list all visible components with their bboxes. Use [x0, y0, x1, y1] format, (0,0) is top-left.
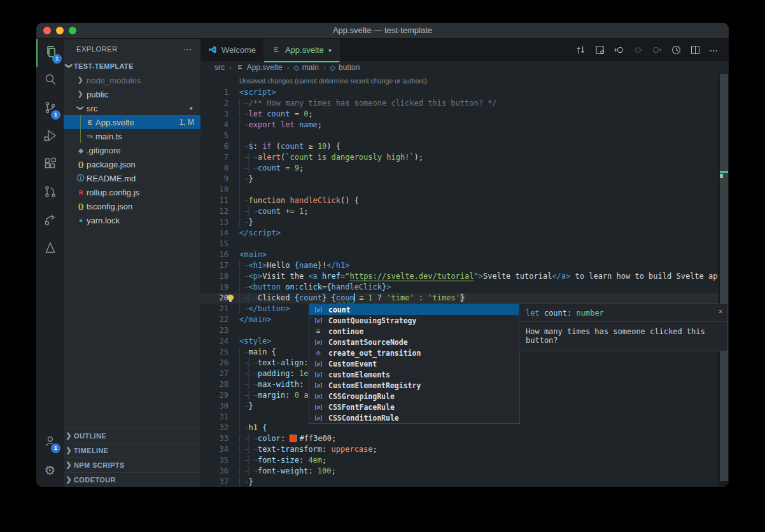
clock-icon[interactable]: [668, 42, 684, 59]
nav-forward-icon[interactable]: [649, 42, 665, 59]
activity-item-run-debug[interactable]: [36, 123, 64, 151]
code-token: `count is dangerously high!`: [285, 153, 414, 162]
tree-item-src[interactable]: ❯src●: [64, 101, 200, 115]
tree-item-label: App.svelte: [95, 118, 134, 127]
tree-item-rollup-config-js[interactable]: ʀrollup.config.js: [64, 185, 200, 199]
suggestion-count[interactable]: [∅]count: [309, 304, 519, 315]
scrollbar-slider[interactable]: [720, 74, 728, 481]
activity-item-live-share[interactable]: [36, 207, 64, 235]
code-line[interactable]: 3▏→let count = 0;: [200, 109, 718, 120]
whitespace-guides: ▏→: [239, 402, 248, 410]
section-codetour[interactable]: ❯CODETOUR: [64, 472, 200, 487]
tree-item-main-ts[interactable]: TSmain.ts: [64, 129, 200, 143]
editor-scrollbar[interactable]: [718, 74, 729, 487]
tree-item-tsconfig-json[interactable]: {}tsconfig.json: [64, 199, 200, 213]
code-line[interactable]: 17▏→<h1>Hello {name}!</h1>: [200, 260, 718, 271]
activity-item-extensions[interactable]: [36, 151, 64, 179]
activity-item-settings[interactable]: ⚙: [36, 456, 64, 484]
signature-token: :: [567, 309, 576, 318]
tree-item-readme-md[interactable]: ⓘREADME.md: [64, 171, 200, 185]
tree-item-node-modules[interactable]: ❯node_modules: [64, 73, 200, 87]
code-line[interactable]: 20▏→▏→Clicked {count} {coun ≡ 1 ? 'time'…: [200, 293, 718, 304]
code-line[interactable]: 8▏→▏→count = 9;: [200, 163, 718, 174]
suggestion-cssgroupingrule[interactable]: [∅]CSSGroupingRule: [309, 391, 519, 402]
close-icon[interactable]: ✕: [719, 307, 723, 316]
code-line[interactable]: 4▏→export let name;: [200, 120, 718, 130]
activity-item-azure[interactable]: [36, 235, 64, 263]
lightbulb-icon[interactable]: [227, 295, 234, 300]
code-line[interactable]: 37▏→}: [200, 477, 718, 487]
code-line[interactable]: 7▏→▏→alert(`count is dangerously high!`)…: [200, 152, 718, 163]
code-line[interactable]: 36▏→▏→font-weight: 100;: [200, 466, 718, 477]
code-line[interactable]: 15: [200, 239, 718, 249]
activity-item-search[interactable]: [36, 67, 64, 95]
suggestion-constantsourcenode[interactable]: [∅]ConstantSourceNode: [309, 337, 519, 347]
code-line[interactable]: 2▏→/** How many times has someone clicke…: [200, 98, 718, 109]
code-token: let: [248, 109, 267, 118]
section-outline[interactable]: ❯OUTLINE: [64, 428, 200, 443]
code-line[interactable]: 13▏→}: [200, 217, 718, 228]
code-line[interactable]: 33▏→▏→color: #ff3e00;: [200, 433, 718, 444]
code-line[interactable]: 32▏→h1 {: [200, 423, 718, 433]
tree-item-package-json[interactable]: {}package.json: [64, 157, 200, 171]
more-actions-icon[interactable]: ⋯: [183, 44, 193, 54]
tab-welcome[interactable]: Welcome: [200, 39, 264, 61]
breadcrumb-item-app-svelte[interactable]: App.svelte: [236, 63, 283, 73]
window-title: App.svelte — test-template: [36, 25, 729, 35]
ellipsis-icon[interactable]: ⋯: [706, 42, 722, 59]
code-line[interactable]: 34▏→▏→text-transform: uppercase;: [200, 444, 718, 455]
code-line[interactable]: 11▏→function handleClick() {: [200, 195, 718, 206]
breadcrumb-item-main[interactable]: ◇main: [293, 63, 318, 72]
line-number: 32: [200, 423, 228, 433]
tree-item-app-svelte[interactable]: App.svelte1, M: [64, 115, 200, 129]
suggestion-create_out_transition[interactable]: ◇create_out_transition: [309, 347, 519, 358]
split-icon[interactable]: [687, 42, 703, 59]
code-line[interactable]: 1<script>: [200, 87, 718, 98]
section-npm-scripts[interactable]: ❯NPM SCRIPTS: [64, 458, 200, 472]
breadcrumb-item-button[interactable]: ◇button: [330, 63, 360, 72]
code-line[interactable]: 18▏→<p>Visit the <a href="https://svelte…: [200, 271, 718, 282]
code-token: 0: [295, 391, 304, 400]
nav-circle-icon[interactable]: [629, 42, 646, 59]
code-token: alert: [258, 153, 281, 162]
activity-item-accounts[interactable]: 1: [36, 428, 64, 456]
tab-app-svelte[interactable]: App.svelte●: [264, 39, 340, 62]
code-line[interactable]: 14</script>: [200, 228, 718, 239]
preview-icon[interactable]: [591, 42, 608, 59]
code-line[interactable]: 6▏→$: if (count ≥ 10) {: [200, 141, 718, 152]
code-line[interactable]: 10▏: [200, 185, 718, 195]
activity-item-source-control[interactable]: 1: [36, 95, 64, 123]
suggestion-customelements[interactable]: [∅]customElements: [309, 369, 519, 380]
nav-back-icon[interactable]: [610, 42, 627, 59]
activity-item-github-pr[interactable]: [36, 179, 64, 207]
code-line[interactable]: 12▏→▏→count += 1;: [200, 206, 718, 217]
tree-root-folder[interactable]: ❯ TEST-TEMPLATE: [64, 59, 200, 73]
code-token: Hello: [267, 261, 294, 270]
code-line[interactable]: 35▏→▏→font-size: 4em;: [200, 455, 718, 466]
code-token: on:click: [285, 283, 322, 291]
section-timeline[interactable]: ❯TIMELINE: [64, 443, 200, 458]
compare-icon[interactable]: [572, 42, 589, 59]
tree-item-yarn-lock[interactable]: ●yarn.lock: [64, 213, 200, 227]
suggestion-cssfontfacerule[interactable]: [∅]CSSFontFaceRule: [309, 402, 519, 412]
suggestion-customevent[interactable]: [∅]CustomEvent: [309, 358, 519, 369]
line-number: 26: [200, 358, 228, 368]
suggestion-cssconditionrule[interactable]: [∅]CSSConditionRule: [309, 412, 519, 423]
suggestion-countqueuingstrategy[interactable]: [∅]CountQueuingStrategy: [309, 315, 519, 326]
code-line[interactable]: 16<main>: [200, 249, 718, 260]
activity-item-explorer[interactable]: 1: [36, 39, 65, 67]
yarn-icon: ●: [75, 216, 87, 224]
code-line[interactable]: 9▏→}: [200, 174, 718, 185]
tree-item-public[interactable]: ❯public: [64, 87, 200, 101]
code-line[interactable]: 19▏→<button on:click={handleClick}>: [200, 282, 718, 293]
code-line[interactable]: 5▏: [200, 130, 718, 141]
suggestion-customelementregistry[interactable]: [∅]CustomElementRegistry: [309, 380, 519, 391]
code-token: count: [299, 293, 322, 302]
code-editor[interactable]: Unsaved changes (cannot determine recent…: [200, 74, 729, 487]
breadcrumb-item-src[interactable]: src: [214, 63, 225, 72]
breadcrumb-label: App.svelte: [247, 63, 283, 72]
tree-item--gitignore[interactable]: ◆.gitignore: [64, 143, 200, 157]
suggestion-continue[interactable]: ≡continue: [309, 326, 519, 337]
title-bar[interactable]: App.svelte — test-template: [36, 23, 729, 39]
codelens-link[interactable]: Unsaved changes (cannot determine recent…: [239, 77, 427, 85]
